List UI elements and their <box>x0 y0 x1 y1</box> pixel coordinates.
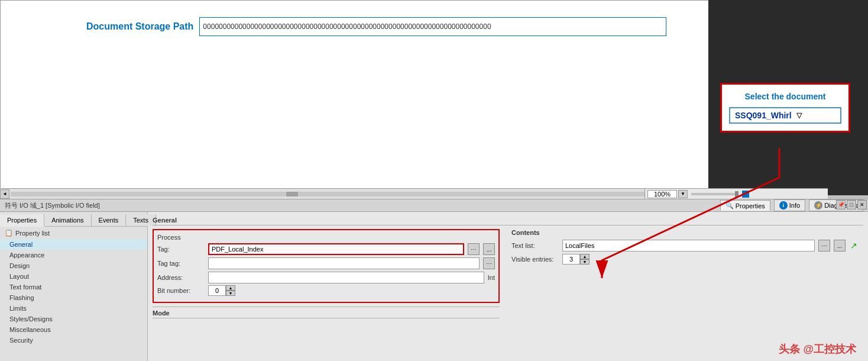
zoom-slider[interactable] <box>691 193 739 195</box>
nav-styles-designs[interactable]: Styles/Designs <box>0 314 147 324</box>
spinbox-buttons: ▲ ▼ <box>226 285 235 296</box>
tab-events[interactable]: Events <box>92 214 127 226</box>
address-input[interactable] <box>208 272 484 283</box>
properties-icon: 🔍 <box>726 202 734 209</box>
scroll-area[interactable]: ◄ ► <box>0 188 710 199</box>
tab-animations[interactable]: Animations <box>44 214 91 226</box>
visible-entries-label: Visible entries: <box>511 256 559 263</box>
text-list-label: Text list: <box>511 242 559 249</box>
float-button[interactable]: □ <box>847 200 856 209</box>
mode-title: Mode <box>153 310 500 318</box>
process-col: Process Tag: ⋯ ... Tag tag: ⋯ <box>153 229 500 322</box>
nav-layout[interactable]: Layout <box>0 271 147 282</box>
tag-tag-label: Tag tag: <box>157 260 205 267</box>
tag-input[interactable] <box>208 243 464 255</box>
scroll-left-button[interactable]: ◄ <box>0 189 9 199</box>
tag-tag-row: Tag tag: ⋯ <box>157 257 495 269</box>
nav-general[interactable]: General <box>0 239 147 250</box>
info-icon: i <box>779 201 788 209</box>
spinbox-up-button[interactable]: ▲ <box>226 285 235 291</box>
select-doc-dropdown[interactable]: SSQ091_Whirl ▽ <box>729 107 841 124</box>
chevron-down-icon: ▽ <box>796 111 802 120</box>
bit-number-input[interactable] <box>208 285 226 296</box>
select-doc-title: Select the document <box>729 92 841 101</box>
zoom-slider-thumb <box>735 191 739 197</box>
tag-browse-button[interactable]: ⋯ <box>468 243 480 255</box>
text-list-link-icon[interactable]: ↗ <box>849 241 859 250</box>
visible-entries-input[interactable] <box>562 254 580 265</box>
visible-entries-spinbox-buttons: ▲ ▼ <box>580 254 590 265</box>
nav-miscellaneous[interactable]: Miscellaneous <box>0 324 147 335</box>
text-list-browse-button[interactable]: ⋯ <box>818 240 830 252</box>
canvas-area: Document Storage Path <box>0 0 710 195</box>
tab-properties[interactable]: Properties <box>0 214 44 227</box>
address-row: Address: Int <box>157 272 495 283</box>
visible-entries-spinbox: ▲ ▼ <box>562 254 590 265</box>
mode-section: Mode <box>153 307 500 318</box>
tag-tag-browse-button[interactable]: ⋯ <box>483 257 495 269</box>
text-list-input[interactable] <box>562 240 815 252</box>
panel-header-title: 符号 I/O 域_1 [Symbolic I/O field] <box>5 201 100 210</box>
text-list-extra-button[interactable]: ... <box>834 240 846 252</box>
tag-tag-input[interactable] <box>208 257 480 269</box>
nav-design[interactable]: Design <box>0 260 147 271</box>
tag-extra-button[interactable]: ... <box>483 243 495 255</box>
pin-button[interactable]: 📌 <box>836 200 846 209</box>
address-type: Int <box>488 274 495 281</box>
scroll-track[interactable] <box>11 192 699 196</box>
process-section-title: Process <box>157 234 495 241</box>
doc-storage-header: Document Storage Path <box>86 17 666 36</box>
close-button[interactable]: ✕ <box>857 200 867 209</box>
doc-storage-label: Document Storage Path <box>86 21 193 32</box>
properties-panel: Properties Animations Events Texts 📋 Pro… <box>0 212 868 361</box>
nav-appearance[interactable]: Appearance <box>0 250 147 260</box>
properties-tab-button[interactable]: 🔍 Properties <box>720 200 770 211</box>
props-sidebar: Properties Animations Events Texts 📋 Pro… <box>0 212 148 361</box>
text-list-row: Text list: ⋯ ... ↗ <box>511 240 859 252</box>
nav-flashing[interactable]: Flashing <box>0 292 147 303</box>
select-doc-value: SSQ091_Whirl <box>735 111 792 120</box>
bit-number-spinbox: ▲ ▼ <box>208 285 235 296</box>
visible-entries-row: Visible entries: ▲ ▼ <box>511 254 859 265</box>
select-doc-panel: Select the document SSQ091_Whirl ▽ <box>720 83 850 133</box>
general-section-title: General <box>153 217 863 225</box>
props-content: General Process Tag: ⋯ ... Tag tag: <box>148 212 868 361</box>
bit-number-row: Bit number: ▲ ▼ <box>157 285 495 296</box>
contents-section: Contents Text list: ⋯ ... ↗ Visible entr… <box>507 229 863 322</box>
nav-security[interactable]: Security <box>0 335 147 346</box>
tag-row: Tag: ⋯ ... <box>157 243 495 255</box>
title-icons: 📌 □ ✕ <box>836 200 867 209</box>
info-tab-button[interactable]: i Info <box>774 199 805 211</box>
scroll-thumb[interactable] <box>286 192 298 196</box>
nav-text-format[interactable]: Text format <box>0 282 147 292</box>
list-icon: 📋 <box>5 229 13 237</box>
general-two-col: Process Tag: ⋯ ... Tag tag: ⋯ <box>153 229 863 322</box>
visible-entries-up-button[interactable]: ▲ <box>580 254 590 259</box>
nav-limits[interactable]: Limits <box>0 303 147 314</box>
visible-entries-down-button[interactable]: ▼ <box>580 259 590 265</box>
zoom-fit-icon[interactable] <box>742 191 749 198</box>
bit-number-label: Bit number: <box>157 287 205 294</box>
doc-storage-input[interactable] <box>199 17 666 36</box>
panel-header: 符号 I/O 域_1 [Symbolic I/O field] 🔍 Proper… <box>0 199 868 212</box>
contents-title: Contents <box>511 229 859 236</box>
tag-label: Tag: <box>157 246 205 253</box>
address-label: Address: <box>157 274 205 281</box>
zoom-dropdown-button[interactable]: ▼ <box>678 190 688 198</box>
watermark: 头条 @工控技术 <box>779 342 856 356</box>
zoom-bar: ▼ <box>644 188 828 199</box>
diagnostics-icon: ⚡ <box>814 201 822 209</box>
zoom-input[interactable] <box>647 190 677 198</box>
process-section: Process Tag: ⋯ ... Tag tag: ⋯ <box>153 229 500 303</box>
props-tabs: Properties Animations Events Texts <box>0 214 147 227</box>
property-list-label: 📋 Property list <box>0 227 147 239</box>
spinbox-down-button[interactable]: ▼ <box>226 291 235 296</box>
